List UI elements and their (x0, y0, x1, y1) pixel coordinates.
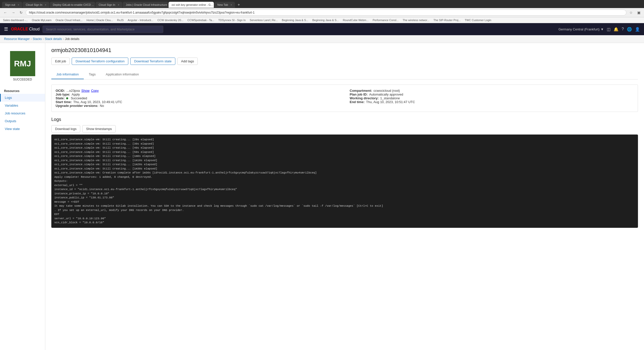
tab-close-icon[interactable]: × (118, 4, 119, 6)
tab-label: Cloud Sign In (26, 3, 42, 6)
new-tab-button[interactable]: + (235, 2, 242, 8)
tab-application-information[interactable]: Application information (101, 70, 144, 79)
show-timestamps-button[interactable]: Show timestamps (82, 125, 116, 133)
header-search-input[interactable] (43, 26, 163, 33)
bookmark-performance[interactable]: Performance Consl... (372, 18, 399, 22)
bookmark-java1[interactable]: Beginning Java & S... (281, 18, 309, 22)
status-dot-icon (66, 97, 68, 99)
download-terraform-state-button[interactable]: Download Terraform state (130, 58, 175, 65)
bookmark-twc[interactable]: TWC Customer Login (464, 18, 492, 22)
tab-label: oci ssh key generator online - G... (172, 3, 213, 6)
info-start-time: Start time: Thu, Aug 10, 2023, 10:49:41 … (56, 100, 340, 104)
tab-label: Deploy GitLab to enable CI/CD ... (53, 3, 94, 6)
bookmark-home-oracle[interactable]: Home | Oracle Clou... (86, 18, 114, 22)
upgrade-provider-value: No (100, 104, 104, 108)
bookmark-rxjs[interactable]: RxJS (116, 18, 125, 22)
bookmark-ccw-dovolenky[interactable]: CCW dovolenky 20... (156, 18, 184, 22)
download-terraform-config-button[interactable]: Download Terraform configuration (72, 58, 128, 65)
breadcrumb: Resource Manager › Stacks › Stack detail… (0, 35, 644, 43)
sidebar-item-view-state[interactable]: View state (0, 125, 45, 133)
upgrade-provider-label: Upgrade provider versions: (56, 104, 98, 108)
ocid-copy-link[interactable]: Copy (91, 89, 99, 93)
breadcrumb-stack-details[interactable]: Stack details (45, 37, 62, 41)
bookmark-wireless[interactable]: The wireless networ... (402, 18, 430, 22)
working-dir-label: Working directory: (350, 96, 379, 100)
tab-close-icon[interactable]: × (45, 4, 46, 6)
breadcrumb-sep-1: › (31, 37, 32, 41)
info-upgrade-provider: Upgrade provider versions: No (56, 104, 340, 108)
tab-close-icon[interactable]: × (18, 4, 19, 6)
tab-label: Sign out (5, 3, 15, 6)
start-time-value: Thu, Aug 10, 2023, 10:49:41 UTC (73, 100, 122, 104)
tab-tags[interactable]: Tags (84, 70, 101, 79)
bookmark-sip-router[interactable]: The SIP-Router Proj... (432, 18, 462, 22)
bookmark-roundcube[interactable]: RoundCube Webm... (342, 18, 370, 22)
grid-icon[interactable]: ◫ (607, 27, 611, 32)
extensions-button[interactable]: ▣ (636, 10, 642, 15)
compartment-value: ccwocicloud (root) (374, 89, 400, 93)
header-right: Germany Central (Frankfurt) ▼ ◫ 🔔 ? 🌐 👤 (558, 27, 640, 32)
address-bar[interactable] (26, 10, 626, 16)
tab-ssh-keygen[interactable]: oci ssh key generator online - G... × (169, 2, 214, 8)
breadcrumb-resource-manager[interactable]: Resource Manager (4, 37, 30, 41)
bookmark-serverless[interactable]: Serverless Land | Re... (249, 18, 279, 22)
sidebar-section-resources: Resources Logs Variables Job resources O… (0, 85, 45, 135)
sidebar-item-logs[interactable]: Logs (0, 94, 45, 102)
edit-job-button[interactable]: Edit job (51, 58, 70, 65)
forward-button[interactable]: → (10, 10, 17, 15)
tab-sign-out[interactable]: Sign out × (2, 2, 22, 8)
sidebar-item-variables[interactable]: Variables (0, 102, 45, 109)
log-terminal: oci_core_instance.simple-vm: Still creat… (51, 135, 638, 228)
tab-label: Cloud Sign In (99, 3, 115, 6)
breadcrumb-sep-3: › (63, 37, 64, 41)
tab-job-information[interactable]: Job information (51, 70, 84, 79)
info-right: Compartment: ccwocicloud (root) Plan job… (350, 89, 634, 108)
browser-chrome: Sign out × Cloud Sign In × Deploy GitLab… (0, 0, 644, 23)
download-logs-button[interactable]: Download logs (51, 125, 80, 133)
tab-label: Jobs | Oracle Cloud Infrastructure ... (126, 3, 168, 6)
job-type-value: Apply (72, 93, 80, 96)
back-button[interactable]: ← (2, 10, 9, 15)
info-state: State: Succeeded (56, 96, 340, 100)
bookmark-ccwspotrebak[interactable]: CCWSpotrebak - Ta... (186, 18, 215, 22)
tab-cloud-sign-in-1[interactable]: Cloud Sign In × (23, 2, 49, 8)
breadcrumb-stacks[interactable]: Stacks (33, 37, 42, 41)
state-value: Succeeded (71, 96, 87, 100)
tab-deploy-gitlab[interactable]: Deploy GitLab to enable CI/CD ... × (50, 2, 95, 8)
bookmark-oracle-cloud-infrast[interactable]: Oracle Cloud Infrast... (55, 18, 84, 22)
ocid-show-link[interactable]: Show (81, 89, 90, 93)
bookmark-java2[interactable]: Beginning Java & S... (311, 18, 340, 22)
reload-button[interactable]: ↻ (18, 10, 24, 15)
bookmark-sales-dashboard[interactable]: Sales dashboard -... (2, 18, 29, 22)
hamburger-icon[interactable]: ☰ (4, 26, 8, 32)
bookmark-tdsynnex[interactable]: TDSynnex SI - Sign In (217, 18, 247, 22)
add-tags-button[interactable]: Add tags (177, 58, 198, 65)
bookmark-angular[interactable]: Angular - Introducti... (127, 18, 154, 22)
bookmark-button[interactable]: ☆ (628, 10, 634, 15)
bell-icon[interactable]: 🔔 (614, 27, 619, 32)
tab-jobs[interactable]: Jobs | Oracle Cloud Infrastructure ... × (123, 2, 168, 8)
tab-close-icon[interactable]: × (231, 4, 232, 6)
user-icon[interactable]: 👤 (635, 27, 640, 32)
browser-toolbar: ← → ↻ ☆ ▣ (0, 8, 644, 17)
globe-icon[interactable]: 🌐 (627, 27, 632, 32)
header-icons: ◫ 🔔 ? 🌐 👤 (607, 27, 640, 32)
tab-cloud-sign-in-2[interactable]: Cloud Sign In × (96, 2, 122, 8)
end-time-label: End time: (350, 100, 365, 104)
job-info-section: OCID: ...o23pxa Show Copy Job type: Appl… (51, 84, 638, 112)
bookmark-oracle-mylearn[interactable]: Oracle MyLearn (31, 18, 52, 22)
main-layout: RMJ SUCCEEDED Resources Logs Variables J… (0, 43, 644, 350)
cloud-text: Cloud (29, 27, 40, 31)
sidebar-item-job-resources[interactable]: Job resources (0, 109, 45, 117)
rmj-text: RMJ (14, 59, 31, 68)
sidebar-item-outputs[interactable]: Outputs (0, 117, 45, 125)
tab-new[interactable]: New Tab × (214, 2, 235, 8)
info-end-time: End time: Thu, Aug 10, 2023, 10:51:47 UT… (350, 100, 634, 104)
app: ☰ ORACLE Cloud Germany Central (Frankfur… (0, 23, 644, 350)
tab-label: New Tab (217, 3, 228, 6)
logs-section: Logs Download logs Show timestamps oci_c… (51, 117, 638, 228)
region-selector[interactable]: Germany Central (Frankfurt) ▼ (558, 27, 604, 31)
sidebar-resources-title: Resources (0, 87, 45, 94)
breadcrumb-sep-2: › (43, 37, 44, 41)
help-icon[interactable]: ? (622, 27, 624, 32)
